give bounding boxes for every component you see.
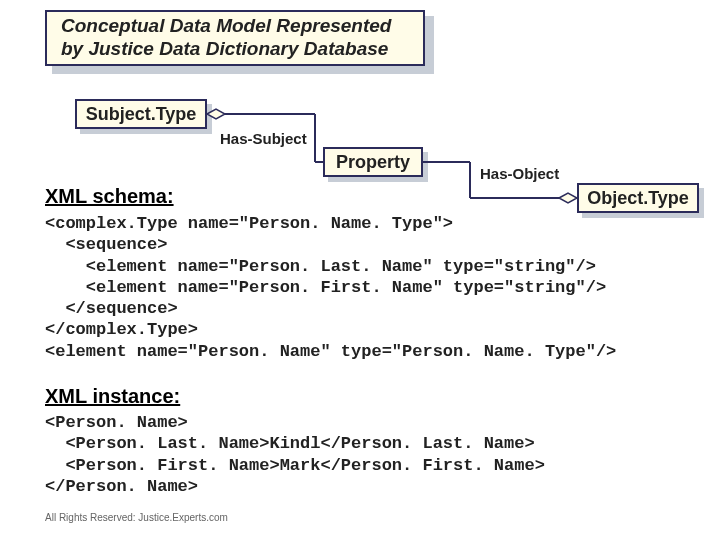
title-line-1: Conceptual Data Model Represented bbox=[61, 15, 423, 38]
xml-instance-heading: XML instance: bbox=[45, 385, 180, 408]
title-line-2: by Justice Data Dictionary Database bbox=[61, 38, 423, 61]
subject-type-label: Subject.Type bbox=[86, 104, 197, 125]
property-node: Property bbox=[323, 147, 423, 177]
xml-instance-code: <Person. Name> <Person. Last. Name>Kindl… bbox=[45, 412, 545, 497]
object-type-node: Object.Type bbox=[577, 183, 699, 213]
property-label: Property bbox=[336, 152, 410, 173]
svg-marker-7 bbox=[559, 193, 577, 203]
object-type-label: Object.Type bbox=[587, 188, 689, 209]
title-box: Conceptual Data Model Represented by Jus… bbox=[45, 10, 425, 66]
has-object-label: Has-Object bbox=[480, 165, 559, 182]
subject-type-node: Subject.Type bbox=[75, 99, 207, 129]
xml-schema-heading: XML schema: bbox=[45, 185, 174, 208]
footer-text: All Rights Reserved: Justice.Experts.com bbox=[45, 512, 228, 523]
has-subject-label: Has-Subject bbox=[220, 130, 307, 147]
xml-schema-code: <complex.Type name="Person. Name. Type">… bbox=[45, 213, 616, 362]
